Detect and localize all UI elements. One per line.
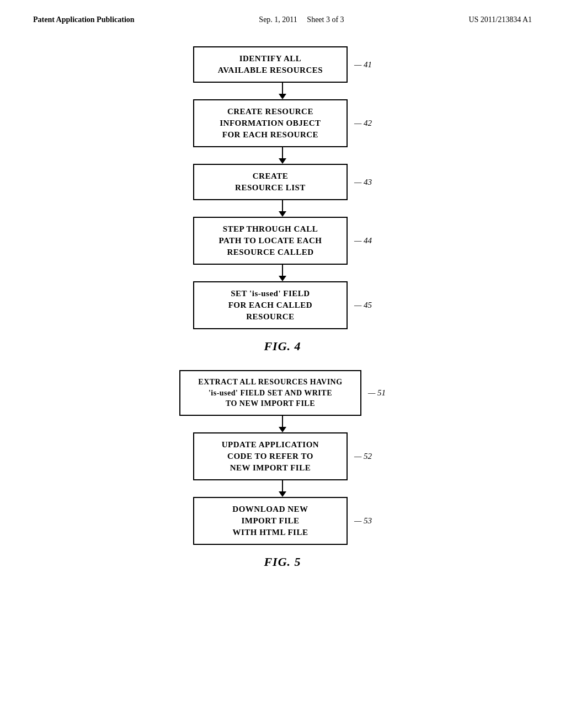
step-45-box: SET 'is-used' FIELD FOR EACH CALLED RESO… [193, 281, 348, 329]
step-51-label: — 51 [368, 388, 386, 398]
step-52-row: UPDATE APPLICATION CODE TO REFER TO NEW … [193, 432, 372, 480]
step-52-box: UPDATE APPLICATION CODE TO REFER TO NEW … [193, 432, 348, 480]
step-44-box: STEP THROUGH CALL PATH TO LOCATE EACH RE… [193, 217, 348, 265]
connector-43-44 [279, 200, 286, 217]
step-41-box: IDENTIFY ALL AVAILABLE RESOURCES [193, 46, 348, 83]
step-52-line2: CODE TO REFER TO [204, 451, 337, 462]
fig4-container: IDENTIFY ALL AVAILABLE RESOURCES — 41 CR… [0, 46, 565, 370]
step-44-line3: RESOURCE CALLED [204, 247, 337, 258]
step-44-line1: STEP THROUGH CALL [204, 223, 337, 235]
step-51-row: EXTRACT ALL RESOURCES HAVING 'is-used' F… [179, 370, 386, 416]
step-53-line1: DOWNLOAD NEW [204, 504, 337, 515]
fig4-caption: FIG. 4 [264, 339, 301, 354]
step-43-line2: RESOURCE LIST [204, 182, 337, 194]
publication-label: Patent Application Publication [33, 15, 135, 24]
step-53-box: DOWNLOAD NEW IMPORT FILE WITH HTML FILE [193, 497, 348, 545]
step-42-label: — 42 [354, 119, 372, 128]
connector-44-45 [279, 265, 286, 281]
step-45-line2: FOR EACH CALLED [204, 299, 337, 311]
fig5-caption: FIG. 5 [264, 555, 301, 569]
fig5-container: EXTRACT ALL RESOURCES HAVING 'is-used' F… [0, 370, 565, 586]
step-42-row: CREATE RESOURCE INFORMATION OBJECT FOR E… [193, 99, 372, 147]
date: Sep. 1, 2011 [259, 15, 297, 24]
step-43-box: CREATE RESOURCE LIST [193, 164, 348, 200]
diagram-area: IDENTIFY ALL AVAILABLE RESOURCES — 41 CR… [0, 24, 565, 586]
date-and-sheet: Sep. 1, 2011 Sheet 3 of 3 [259, 15, 344, 24]
step-51-box: EXTRACT ALL RESOURCES HAVING 'is-used' F… [179, 370, 361, 416]
page-header: Patent Application Publication Sep. 1, 2… [0, 0, 565, 24]
patent-number: US 2011/213834 A1 [468, 15, 532, 24]
fig4-flow: IDENTIFY ALL AVAILABLE RESOURCES — 41 CR… [189, 46, 376, 329]
step-53-row: DOWNLOAD NEW IMPORT FILE WITH HTML FILE … [193, 497, 372, 545]
step-44-line2: PATH TO LOCATE EACH [204, 235, 337, 247]
step-42-line1: CREATE RESOURCE [204, 106, 337, 117]
step-43-row: CREATE RESOURCE LIST — 43 [193, 164, 372, 200]
step-43-label: — 43 [354, 178, 372, 187]
fig5-flow: EXTRACT ALL RESOURCES HAVING 'is-used' F… [178, 370, 387, 545]
step-45-line3: RESOURCE [204, 311, 337, 323]
step-53-line2: IMPORT FILE [204, 515, 337, 527]
step-51-line1: EXTRACT ALL RESOURCES HAVING [190, 377, 350, 388]
step-43-line1: CREATE [204, 170, 337, 182]
connector-42-43 [279, 147, 286, 164]
step-51-line3: TO NEW IMPORT FILE [190, 398, 350, 409]
connector-52-53 [279, 480, 286, 497]
step-44-row: STEP THROUGH CALL PATH TO LOCATE EACH RE… [193, 217, 372, 265]
step-53-label: — 53 [354, 516, 372, 526]
step-45-line1: SET 'is-used' FIELD [204, 288, 337, 299]
step-42-box: CREATE RESOURCE INFORMATION OBJECT FOR E… [193, 99, 348, 147]
sheet-info: Sheet 3 of 3 [307, 15, 344, 24]
connector-41-42 [279, 83, 286, 99]
step-41-line1: IDENTIFY ALL [204, 53, 337, 65]
step-41-line2: AVAILABLE RESOURCES [204, 65, 337, 76]
step-45-row: SET 'is-used' FIELD FOR EACH CALLED RESO… [193, 281, 372, 329]
step-53-line3: WITH HTML FILE [204, 527, 337, 538]
step-42-line2: INFORMATION OBJECT [204, 117, 337, 129]
step-52-line1: UPDATE APPLICATION [204, 439, 337, 451]
step-52-label: — 52 [354, 452, 372, 461]
step-44-label: — 44 [354, 236, 372, 245]
step-41-label: — 41 [354, 60, 372, 69]
step-51-line2: 'is-used' FIELD SET AND WRITE [190, 388, 350, 399]
step-41-row: IDENTIFY ALL AVAILABLE RESOURCES — 41 [193, 46, 372, 83]
step-42-line3: FOR EACH RESOURCE [204, 129, 337, 141]
step-45-label: — 45 [354, 301, 372, 310]
step-52-line3: NEW IMPORT FILE [204, 462, 337, 474]
connector-51-52 [279, 416, 286, 432]
